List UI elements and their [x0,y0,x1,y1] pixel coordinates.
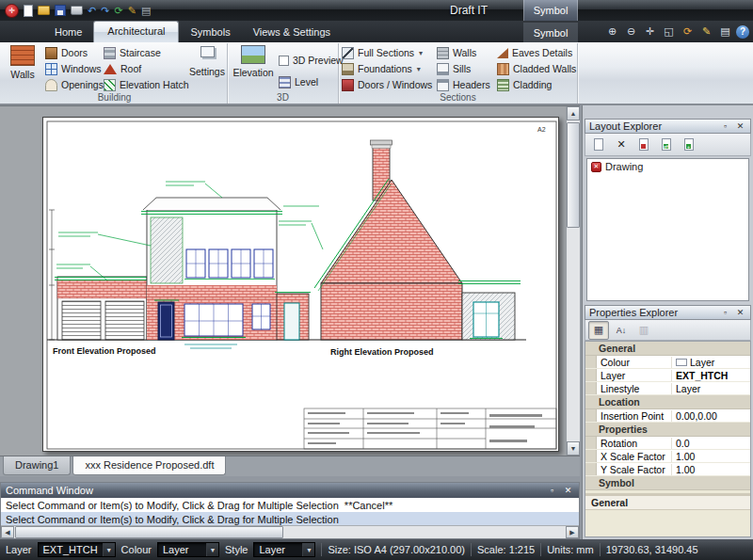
undo-icon[interactable]: ↶ [88,6,96,16]
alphabetical-sort-button[interactable]: A↓ [611,321,632,340]
headers-button[interactable]: Headers [437,77,490,92]
scroll-left-button[interactable]: ◀ [1,526,14,538]
openings-button[interactable]: Openings [45,77,104,92]
section-icon [342,47,354,59]
colour-combo[interactable]: Layer ▼ [157,542,219,557]
pan-icon[interactable]: ✛ [642,24,658,40]
walls-button[interactable]: Walls [4,45,41,80]
ribbon-tab-row: Home Architectural Symbols Views & Setti… [0,21,753,42]
help-icon[interactable]: ? [736,25,749,39]
settings-button[interactable]: Settings [187,46,227,77]
drawing-svg[interactable]: A2 [43,118,560,453]
right-elevation-label: Right Elevation Proposed [330,347,434,357]
full-sections-button[interactable]: Full Sections ▾ [342,45,423,60]
scroll-thumb[interactable] [567,122,580,228]
save-icon[interactable] [55,5,66,16]
refresh-icon[interactable]: ⟳ [114,6,122,16]
drawing-canvas-area[interactable]: A2 [0,105,580,456]
style-label: Style [225,544,248,555]
categorized-view-button[interactable]: ▦ [588,321,609,340]
category-location[interactable]: Location [585,395,750,409]
tab-views-settings[interactable]: Views & Settings [242,23,342,42]
cursor-coordinates: 19730.63, 31490.45 [606,544,698,555]
zoom-in-icon[interactable]: ⊕ [604,24,620,40]
scroll-right-button[interactable]: ▶ [566,526,579,538]
import-layout-button[interactable]: ⇄ [656,136,677,154]
ribbon-group-building: Walls Doors Windows Openings Staircase R… [2,43,228,104]
print-icon[interactable] [71,6,83,15]
tab-drawing1[interactable]: Drawing1 [3,456,71,475]
level-button[interactable]: Level [279,74,318,89]
group-label-building: Building [2,92,227,103]
walls-section-button[interactable]: Walls [437,45,476,60]
elevation-button[interactable]: Elevation [231,45,276,78]
property-row-insertion-point[interactable]: Insertion Point 0.00,0.00 [585,409,750,423]
quick-access-toolbar: ↶ ↷ ⟳ ✎ ▤ [24,5,151,17]
3d-preview-button[interactable]: 3D Preview [279,53,344,68]
redraw-icon[interactable]: ⟳ [680,24,696,40]
category-properties[interactable]: Properties [585,423,750,437]
pin-icon[interactable]: ▫ [546,485,558,497]
property-row-colour[interactable]: Colour Layer [585,356,750,369]
right-elevation[interactable]: Right Elevation Proposed [279,140,526,357]
foundations-button[interactable]: Foundations ▾ [342,61,421,76]
draw-icon[interactable]: ✎ [698,24,714,40]
elevation-hatch-button[interactable]: Elevation Hatch [104,77,189,92]
edit-icon[interactable]: ✎ [128,6,136,16]
property-row-y-scale[interactable]: Y Scale Factor 1.00 [585,463,750,476]
windows-button[interactable]: Windows [45,61,102,76]
layers-icon[interactable]: ▤ [141,6,151,16]
doors-button[interactable]: Doors [45,45,88,60]
tab-architectural[interactable]: Architectural [93,21,179,42]
app-logo-icon[interactable]: ✛ [5,4,19,18]
scroll-up-button[interactable]: ▲ [567,106,580,120]
tree-item-drawing[interactable]: ✕ Drawing [587,159,748,174]
close-icon[interactable]: ✕ [734,120,746,133]
checkbox-icon [279,56,289,66]
chevron-down-icon: ▾ [419,49,423,57]
canvas-vertical-scrollbar[interactable]: ▲ ▼ [566,106,580,456]
roof-button[interactable]: Roof [104,61,141,76]
new-icon[interactable] [24,5,33,17]
cladding-button[interactable]: Cladding [497,77,552,92]
close-icon[interactable]: ✕ [734,307,746,319]
category-general[interactable]: General [585,342,750,356]
drawing-icon: ✕ [591,162,601,172]
new-layout-button[interactable] [588,136,609,154]
close-icon[interactable]: ✕ [562,485,574,497]
grid-icon[interactable]: ▤ [717,24,733,40]
property-row-layer[interactable]: Layer EXT_HTCH [585,369,750,382]
open-icon[interactable] [38,6,50,15]
layout-properties-button[interactable] [633,136,654,154]
scroll-down-button[interactable]: ▼ [567,441,580,456]
doors-windows-section-button[interactable]: Doors / Windows ▾ [342,77,441,92]
tab-residence-proposed[interactable]: xxx Residence Proposed.dft [72,456,226,475]
cladded-walls-button[interactable]: Cladded Walls [497,61,576,76]
pin-icon[interactable]: ▫ [719,307,731,319]
ribbon-group-sections: Full Sections ▾ Foundations ▾ Doors / Wi… [339,43,578,104]
tab-home[interactable]: Home [43,23,93,42]
tab-symbols[interactable]: Symbols [179,23,241,42]
layer-combo[interactable]: EXT_HTCH ▼ [38,542,116,557]
zoom-out-icon[interactable]: ⊖ [623,24,639,40]
command-window-header: Command Window ▫ ✕ [1,483,579,498]
scroll-thumb[interactable] [15,526,283,538]
contextual-tab-group[interactable]: Symbol [523,0,578,21]
property-row-rotation[interactable]: Rotation 0.0 [585,437,750,450]
style-combo[interactable]: Layer ▼ [253,542,315,557]
redo-icon[interactable]: ↷ [101,6,109,16]
add-layout-button[interactable]: + [679,136,699,154]
zoom-extents-icon[interactable]: ◱ [661,24,677,40]
property-row-linestyle[interactable]: Linestyle Layer [585,382,750,395]
tab-symbol[interactable]: Symbol [523,23,578,42]
command-horizontal-scrollbar[interactable]: ◀ ▶ [1,525,579,538]
drawing-sheet[interactable]: A2 [42,117,559,452]
pin-icon[interactable]: ▫ [719,120,731,133]
sills-button[interactable]: Sills [437,61,471,76]
staircase-button[interactable]: Staircase [104,45,161,60]
property-row-x-scale[interactable]: X Scale Factor 1.00 [585,450,750,463]
front-elevation[interactable]: Front Elevation Proposed [47,182,312,356]
category-symbol[interactable]: Symbol [585,476,750,490]
eaves-details-button[interactable]: Eaves Details [497,45,572,60]
delete-layout-button[interactable]: ✕ [611,136,632,154]
